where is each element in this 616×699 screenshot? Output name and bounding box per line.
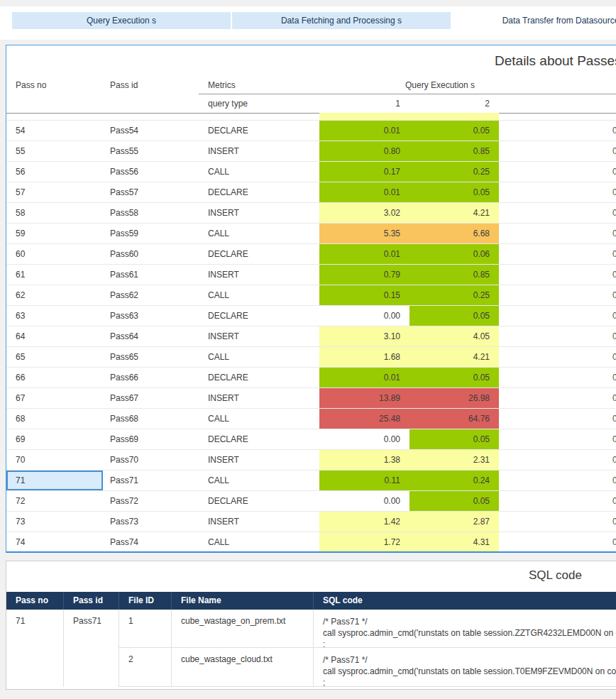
table-row[interactable]: 72 Pass72 DECLARE 0.00 0.05 0 xyxy=(6,491,616,512)
sql-file-row: 2 cube_wastage_cloud.txt /* Pass71 */ ca… xyxy=(119,648,616,687)
pass-no-cell[interactable]: 59 xyxy=(6,224,103,243)
pass-no-cell[interactable]: 71 xyxy=(6,470,103,490)
table-row[interactable]: 58 Pass58 INSERT 3.02 4.21 0 xyxy=(6,203,616,224)
metric-tab-strip: Query Execution s Data Fetching and Proc… xyxy=(0,6,616,40)
row-filler xyxy=(499,512,612,532)
value-2-cell: 4.31 xyxy=(409,532,499,551)
clipped-next-column-fragment: 0 xyxy=(612,182,616,202)
clipped-next-column-fragment: 0 xyxy=(612,244,616,264)
value-2-cell: 0.05 xyxy=(409,368,499,387)
table-row[interactable]: 59 Pass59 CALL 5.35 6.68 0 xyxy=(6,224,616,244)
pass-no-cell[interactable]: 55 xyxy=(6,141,103,161)
pass-no-cell[interactable]: 73 xyxy=(6,512,103,532)
row-filler xyxy=(499,409,612,429)
table-row[interactable]: 54 Pass54 DECLARE 0.01 0.05 0 xyxy=(6,121,616,141)
sql-section-title: SQL code xyxy=(529,568,582,583)
value-2-cell: 0.05 xyxy=(409,121,499,141)
query-type-cell: CALL xyxy=(199,470,319,490)
table-row[interactable]: 62 Pass62 CALL 0.15 0.25 0 xyxy=(6,285,616,306)
table-row[interactable]: 65 Pass65 CALL 1.68 4.21 0 xyxy=(6,347,616,368)
sql-header-file-id: File ID xyxy=(119,592,172,610)
value-1-cell: 1.72 xyxy=(319,532,409,551)
pass-id-cell: Pass61 xyxy=(103,265,199,285)
sql-header-pass-id: Pass id xyxy=(64,592,119,610)
value-1-cell: 0.15 xyxy=(319,285,409,305)
value-1-cell: 25.48 xyxy=(319,409,409,429)
tab-data-transfer-datasource[interactable]: Data Transfer from Datasource(s) xyxy=(452,12,616,29)
pass-no-cell[interactable]: 61 xyxy=(6,265,103,285)
clipped-next-column-fragment: 0 xyxy=(612,326,616,346)
pass-no-cell[interactable]: 56 xyxy=(6,162,103,182)
pass-no-cell[interactable]: 53 xyxy=(6,113,103,120)
pass-no-cell[interactable]: 62 xyxy=(6,285,103,305)
table-row[interactable]: 74 Pass74 CALL 1.72 4.31 0 xyxy=(6,532,616,551)
pass-no-cell[interactable]: 58 xyxy=(6,203,103,223)
table-row[interactable]: 55 Pass55 INSERT 0.80 0.85 0 xyxy=(6,141,616,162)
pass-no-cell[interactable]: 69 xyxy=(6,429,103,449)
value-2-cell: 0.06 xyxy=(409,244,499,264)
query-type-cell: CALL xyxy=(199,285,319,305)
query-type-cell: INSERT xyxy=(199,450,319,470)
pass-no-cell[interactable]: 64 xyxy=(6,326,103,346)
table-row[interactable]: 71 Pass71 CALL 0.11 0.24 0 xyxy=(6,470,616,491)
pass-no-cell[interactable]: 57 xyxy=(6,182,103,202)
table-row[interactable]: 63 Pass63 DECLARE 0.00 0.05 0 xyxy=(6,306,616,326)
header-pass-no: Pass no xyxy=(6,77,103,90)
tab-query-execution[interactable]: Query Execution s xyxy=(12,12,231,29)
table-row[interactable]: 70 Pass70 INSERT 1.38 2.31 0 xyxy=(6,450,616,470)
value-2-cell: 6.68 xyxy=(409,224,499,243)
header-metrics: Metrics xyxy=(199,77,319,90)
pass-no-cell[interactable]: 54 xyxy=(6,121,103,141)
pass-id-cell: Pass71 xyxy=(103,470,199,490)
query-type-cell: DECLARE xyxy=(199,244,319,264)
table-row[interactable]: 57 Pass57 DECLARE 0.01 0.05 0 xyxy=(6,182,616,203)
pass-no-cell[interactable]: 63 xyxy=(6,306,103,326)
tab-data-fetching-processing[interactable]: Data Fetching and Processing s xyxy=(232,12,451,29)
pass-id-cell: Pass63 xyxy=(103,306,199,326)
value-2-cell: 0.25 xyxy=(409,285,499,305)
clipped-next-column-fragment: 0 xyxy=(612,532,616,551)
pass-no-cell[interactable]: 74 xyxy=(6,532,103,551)
table-row[interactable]: 64 Pass64 INSERT 3.10 4.05 0 xyxy=(6,326,616,347)
table-row[interactable]: 68 Pass68 CALL 25.48 64.76 0 xyxy=(6,409,616,429)
row-filler xyxy=(499,203,612,223)
table-row[interactable]: 61 Pass61 INSERT 0.79 0.85 0 xyxy=(6,265,616,285)
table-row[interactable]: 73 Pass73 INSERT 1.42 2.87 0 xyxy=(6,512,616,532)
pass-no-cell[interactable]: 66 xyxy=(6,368,103,387)
pass-no-cell[interactable]: 65 xyxy=(6,347,103,367)
value-1-cell: 13.89 xyxy=(319,388,409,408)
pass-no-cell[interactable]: 72 xyxy=(6,491,103,511)
pass-id-cell: Pass73 xyxy=(103,512,199,532)
pass-id-cell: Pass64 xyxy=(103,326,199,346)
pass-id-cell: Pass65 xyxy=(103,347,199,367)
pass-no-cell[interactable]: 67 xyxy=(6,388,103,408)
pass-id-cell: Pass57 xyxy=(103,182,199,202)
table-row[interactable]: 66 Pass66 DECLARE 0.01 0.05 0 xyxy=(6,368,616,388)
query-type-cell: DECLARE xyxy=(199,491,319,511)
query-type-cell: CALL xyxy=(199,224,319,243)
value-1-cell: 3.10 xyxy=(319,326,409,346)
pass-id-cell: Pass60 xyxy=(103,244,199,264)
table-row[interactable]: 53 Pass53 CALL 1.16 4.33 0 xyxy=(6,113,616,121)
query-type-cell: INSERT xyxy=(199,388,319,408)
value-2-cell: 0.05 xyxy=(409,429,499,449)
value-1-cell: 5.35 xyxy=(319,224,409,243)
table-row[interactable]: 69 Pass69 DECLARE 0.00 0.05 0 xyxy=(6,429,616,450)
pass-no-cell[interactable]: 68 xyxy=(6,409,103,429)
pass-no-cell[interactable]: 60 xyxy=(6,244,103,264)
value-2-cell: 0.05 xyxy=(409,491,499,511)
sql-code-line: ; xyxy=(323,677,616,687)
value-1-cell: 1.38 xyxy=(319,450,409,470)
value-1-cell: 0.01 xyxy=(319,121,409,141)
value-1-cell: 0.17 xyxy=(319,162,409,182)
table-row[interactable]: 67 Pass67 INSERT 13.89 26.98 0 xyxy=(6,388,616,409)
passes-rows: 53 Pass53 CALL 1.16 4.33 0 54 Pass54 DEC… xyxy=(6,113,616,551)
pass-id-cell: Pass72 xyxy=(103,491,199,511)
clipped-next-column-fragment: 0 xyxy=(612,121,616,141)
table-row[interactable]: 60 Pass60 DECLARE 0.01 0.06 0 xyxy=(6,244,616,265)
pass-no-cell[interactable]: 70 xyxy=(6,450,103,470)
table-row[interactable]: 56 Pass56 CALL 0.17 0.25 0 xyxy=(6,162,616,182)
row-filler xyxy=(499,532,612,551)
header-col-1: 1 xyxy=(319,94,409,113)
query-type-cell: DECLARE xyxy=(199,368,319,387)
